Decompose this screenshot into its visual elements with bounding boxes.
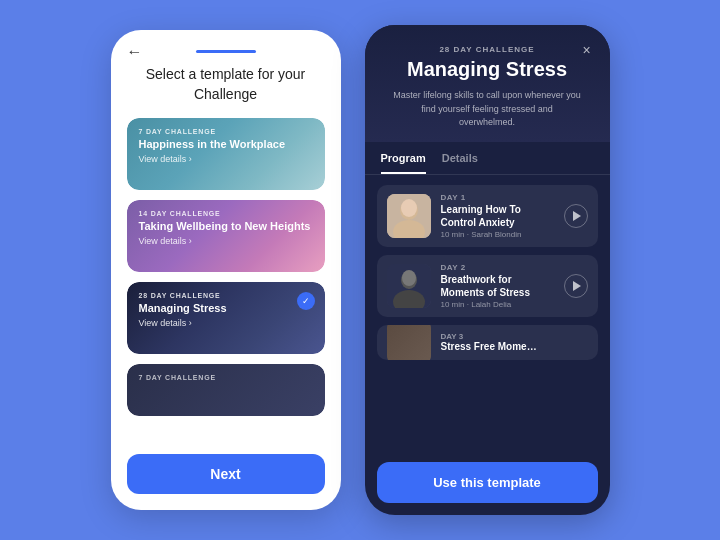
tabs-container: Program Details [365, 142, 610, 175]
program-thumb-day3 [387, 325, 431, 360]
person-image-day1 [387, 194, 431, 238]
program-name: Breathwork for Moments of Stress [441, 273, 554, 299]
svg-point-7 [402, 270, 416, 286]
program-day-label: Day 1 [441, 193, 554, 202]
card-content: 7 Day Challenge Happiness in the Workpla… [127, 118, 325, 174]
program-name: Stress Free Moments [441, 341, 541, 352]
play-button-day2[interactable] [564, 274, 588, 298]
modal-badge: 28 Day Challenge [381, 45, 594, 54]
program-day-label: Day 2 [441, 263, 554, 272]
play-button-day1[interactable] [564, 204, 588, 228]
left-phone: ← Select a template for your Challenge 7… [111, 30, 341, 510]
top-bar: ← [127, 50, 325, 53]
program-info-day1: Day 1 Learning How To Control Anxiety 10… [441, 193, 554, 239]
program-thumb-day1 [387, 194, 431, 238]
view-details-link[interactable]: View details › [139, 154, 313, 164]
view-details-link[interactable]: View details › [139, 318, 313, 328]
program-info-day2: Day 2 Breathwork for Moments of Stress 1… [441, 263, 554, 309]
right-phone: × 28 Day Challenge Managing Stress Maste… [365, 25, 610, 515]
program-item-day3[interactable]: Day 3 Stress Free Moments [377, 325, 598, 360]
card-content: 7 Day Challenge [127, 364, 325, 391]
play-icon [573, 281, 581, 291]
close-button[interactable]: × [576, 39, 598, 61]
program-info-day3: Day 3 Stress Free Moments [441, 332, 588, 352]
program-name: Learning How To Control Anxiety [441, 203, 554, 229]
view-details-link[interactable]: View details › [139, 236, 313, 246]
card-badge: 28 Day Challenge [139, 292, 313, 299]
card-badge: 14 Day Challenge [139, 210, 313, 217]
program-item-day2[interactable]: Day 2 Breathwork for Moments of Stress 1… [377, 255, 598, 317]
tab-program[interactable]: Program [381, 152, 426, 174]
card-wellbeing[interactable]: 14 Day Challenge Taking Wellbeing to New… [127, 200, 325, 272]
back-arrow-icon[interactable]: ← [127, 43, 143, 61]
program-thumb-day2 [387, 264, 431, 308]
program-item-day1[interactable]: Day 1 Learning How To Control Anxiety 10… [377, 185, 598, 247]
card-happiness[interactable]: 7 Day Challenge Happiness in the Workpla… [127, 118, 325, 190]
program-day-label: Day 3 [441, 332, 588, 341]
program-meta: 10 min · Lalah Delia [441, 300, 554, 309]
next-button[interactable]: Next [127, 454, 325, 494]
card-title: Happiness in the Workplace [139, 138, 313, 150]
modal-title: Managing Stress [381, 58, 594, 81]
card-badge: 7 Day Challenge [139, 374, 313, 381]
modal-header: × 28 Day Challenge Managing Stress Maste… [365, 25, 610, 142]
card-content: 28 Day Challenge Managing Stress View de… [127, 282, 325, 338]
card-7day[interactable]: 7 Day Challenge [127, 364, 325, 416]
program-meta: 10 min · Sarah Blondin [441, 230, 554, 239]
card-badge: 7 Day Challenge [139, 128, 313, 135]
program-list: Day 1 Learning How To Control Anxiety 10… [365, 175, 610, 453]
selected-check-icon [297, 292, 315, 310]
play-icon [573, 211, 581, 221]
card-title: Taking Wellbeing to New Heights [139, 220, 313, 232]
tab-details[interactable]: Details [442, 152, 478, 174]
use-template-button[interactable]: Use this template [377, 462, 598, 503]
page-title: Select a template for your Challenge [127, 65, 325, 104]
card-title: Managing Stress [139, 302, 313, 314]
card-stress[interactable]: 28 Day Challenge Managing Stress View de… [127, 282, 325, 354]
svg-point-3 [401, 199, 417, 217]
card-content: 14 Day Challenge Taking Wellbeing to New… [127, 200, 325, 256]
modal-description: Master lifelong skills to call upon when… [381, 89, 594, 130]
progress-indicator [196, 50, 256, 53]
